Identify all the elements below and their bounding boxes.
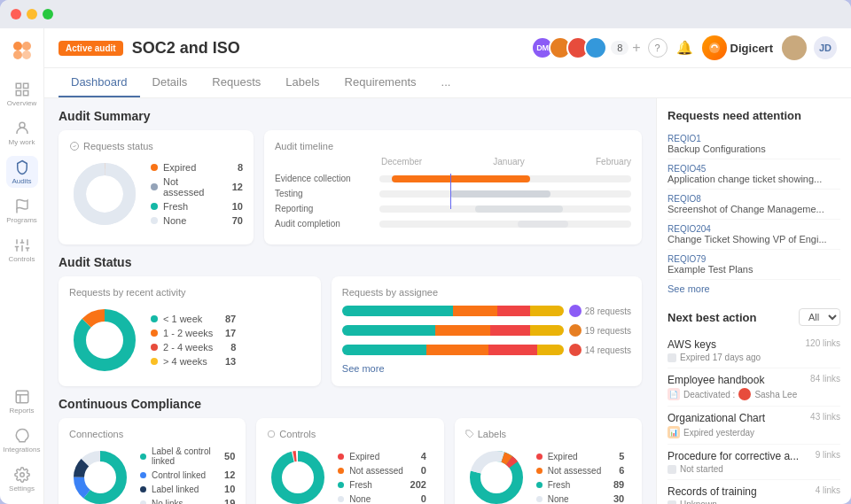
next-action-header: Next best action All: [668, 308, 840, 326]
assignee-card: Requests by assignee 28 requests: [332, 276, 642, 386]
notifications-badge[interactable]: JD: [814, 36, 837, 59]
svg-point-3: [22, 50, 31, 59]
brand-name: Digicert: [730, 42, 773, 55]
sidebar-item-mywork[interactable]: My work: [6, 117, 38, 149]
svg-point-20: [20, 472, 24, 477]
requests-legend: Expired8 Not assessed12 Fresh10 None70: [151, 162, 243, 226]
titlebar: [0, 0, 851, 28]
avatar-count: 8: [611, 41, 628, 55]
connections-legend: Label & control linked50 Control linked1…: [140, 446, 235, 504]
sidebar-label-overview: Overview: [7, 99, 36, 107]
svg-rect-4: [16, 83, 20, 88]
requests-status-label: Requests status: [69, 141, 243, 151]
tab-requests[interactable]: Requests: [199, 68, 273, 97]
action-org-title: Organizational Chart: [668, 412, 765, 424]
svg-point-8: [20, 122, 25, 128]
requests-pie-chart: [69, 159, 140, 229]
recent-legend: < 1 week87 1 - 2 weeks17 2 - 4 weeks8 > …: [151, 314, 236, 367]
action-handbook-title: Employee handbook: [668, 374, 764, 386]
audit-status-row: Requests by recent activity: [59, 276, 642, 386]
audit-timeline-card: Audit timeline December January February…: [264, 130, 642, 244]
sidebar-label-controls: Controls: [9, 255, 35, 263]
svg-point-36: [269, 430, 276, 438]
timeline-evidence: Evidence collection: [275, 174, 631, 183]
action-org-links: 43 links: [810, 412, 840, 424]
help-icon[interactable]: ?: [648, 38, 668, 58]
tab-details[interactable]: Details: [140, 68, 200, 97]
action-records-sub: Unknown: [668, 500, 840, 504]
action-procedure-sub: Not started: [668, 464, 840, 474]
action-filter-select[interactable]: All: [799, 308, 840, 326]
sidebar-item-integrations[interactable]: Integrations: [6, 424, 38, 456]
brand-logo: Digicert: [702, 35, 773, 60]
labels-card: Labels: [455, 418, 642, 504]
action-org-chart: Organizational Chart 43 links 📊 Expired …: [668, 407, 840, 445]
active-badge: Active audit: [59, 41, 123, 56]
audit-status-title: Audit Status: [59, 255, 642, 269]
tab-more[interactable]: ...: [429, 68, 464, 97]
user-avatar[interactable]: [782, 35, 807, 60]
action-handbook-links: 84 links: [810, 374, 840, 386]
req-item-4: REQIO204 Change Ticket Showing VP of Eng…: [668, 220, 840, 250]
assignee-title: Requests by assignee: [342, 287, 631, 298]
svg-point-2: [13, 50, 22, 59]
sidebar-label-audits: Audits: [12, 177, 31, 185]
see-more-assignee[interactable]: See more: [342, 363, 631, 374]
sidebar-item-programs[interactable]: Programs: [6, 195, 38, 227]
sidebar-item-reports[interactable]: Reports: [6, 385, 38, 417]
action-procedure-links: 9 links: [816, 450, 840, 462]
svg-rect-5: [23, 83, 27, 88]
svg-rect-7: [23, 90, 27, 95]
labels-donut: [465, 446, 527, 504]
page-header: Active audit SOC2 and ISO DM 8 + ? 🔔: [44, 28, 851, 68]
connections-pie: [69, 446, 131, 504]
svg-point-21: [709, 43, 720, 53]
sidebar-label-reports: Reports: [9, 407, 34, 415]
avatar-group: DM 8 +: [531, 36, 640, 59]
controls-card: Controls Expired4: [256, 418, 443, 504]
req-item-3: REQIO8 Screenshot of Change Manageme...: [668, 190, 840, 220]
sidebar-item-settings[interactable]: Settings: [6, 463, 38, 495]
action-aws-links: 120 links: [806, 338, 840, 351]
action-aws-sub: Expired 17 days ago: [668, 353, 840, 362]
req-item-1: REQIO1 Backup Configurations: [668, 129, 840, 159]
assignee-row-1: 28 requests: [342, 305, 631, 317]
timeline-label: Audit timeline: [275, 141, 631, 151]
sidebar-item-overview[interactable]: Overview: [6, 78, 38, 110]
see-more-requests[interactable]: See more: [668, 283, 840, 294]
tab-requirements[interactable]: Requirements: [332, 68, 429, 97]
svg-rect-19: [16, 391, 28, 403]
app-window: Overview My work Audits Programs Control…: [0, 0, 851, 504]
assignee-row-2: 19 requests: [342, 324, 631, 337]
notification-icon[interactable]: 🔔: [676, 40, 693, 56]
controls-donut: [267, 446, 329, 504]
sidebar-logo[interactable]: [9, 37, 35, 64]
action-records-links: 4 links: [816, 485, 840, 498]
minimize-dot[interactable]: [27, 9, 37, 19]
recent-title: Requests by recent activity: [69, 287, 310, 298]
action-records: Records of training 4 links Unknown: [668, 480, 840, 504]
action-procedure-title: Procedure for corrective a...: [668, 450, 799, 462]
sidebar-label-mywork: My work: [9, 138, 35, 146]
tab-dashboard[interactable]: Dashboard: [59, 68, 140, 97]
sidebar-item-audits[interactable]: Audits: [6, 156, 38, 188]
action-org-sub: 📊 Expired yesterday: [668, 426, 840, 438]
action-procedure: Procedure for corrective a... 9 links No…: [668, 445, 840, 480]
action-employee-handbook: Employee handbook 84 links 📄 Deactivated…: [668, 368, 840, 407]
add-member-button[interactable]: +: [632, 40, 640, 56]
header-right: DM 8 + ? 🔔 Digic: [531, 35, 837, 60]
svg-rect-6: [16, 90, 20, 95]
sidebar-item-controls[interactable]: Controls: [6, 234, 38, 266]
svg-point-24: [80, 169, 129, 219]
tab-labels[interactable]: Labels: [273, 68, 332, 97]
timeline-completion: Audit completion: [275, 219, 631, 229]
maximize-dot[interactable]: [43, 9, 53, 19]
connections-card: Connections: [59, 418, 246, 504]
content-area: Audit Summary Requests status: [44, 98, 851, 504]
labels-label: Labels: [465, 429, 631, 439]
close-dot[interactable]: [11, 9, 21, 19]
svg-point-1: [22, 42, 31, 50]
next-action-section: Next best action All AWS keys 120 links: [668, 308, 840, 504]
action-records-title: Records of training: [668, 485, 757, 498]
audit-summary-row: Requests status: [59, 130, 642, 244]
